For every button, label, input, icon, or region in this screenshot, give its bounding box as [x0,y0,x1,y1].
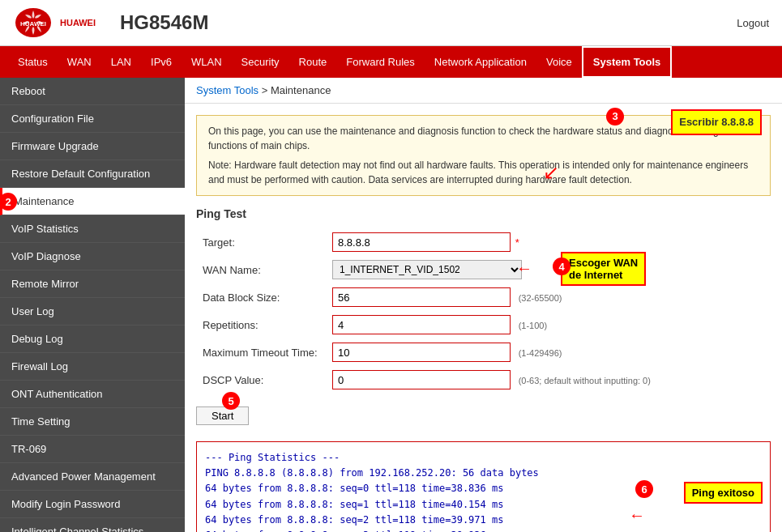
ping-test-form: Target: * WAN Name: 1_INTERNET_R_VID_150… [196,228,771,394]
data-block-label: Data Block Size: [196,283,326,311]
nav-route[interactable]: Route [289,48,337,76]
target-input[interactable] [332,232,511,252]
annotation-badge-6: 6 [635,480,653,498]
target-label: Target: [196,228,326,256]
ping-line: 64 bytes from 8.8.8.8: seq=1 ttl=118 tim… [205,497,762,513]
nav-lan[interactable]: LAN [101,48,141,76]
sidebar-item-user-log[interactable]: User Log [0,298,185,326]
repetitions-label: Repetitions: [196,311,326,338]
repetitions-hint: (1-100) [519,321,547,330]
data-block-hint: (32-65500) [519,293,562,303]
nav-ipv6[interactable]: IPv6 [141,48,182,76]
nav-security[interactable]: Security [232,48,289,76]
sidebar-item-reboot[interactable]: Reboot [0,78,185,105]
huawei-logo-icon: HUAWEI [13,6,53,39]
sidebar-item-remote-mirror[interactable]: Remote Mirror [0,270,185,298]
ping-line: PING 8.8.8.8 (8.8.8.8) from 192.168.252.… [205,466,762,481]
sidebar-item-debug-log[interactable]: Debug Log [0,326,185,353]
breadcrumb-parent[interactable]: System Tools [196,84,259,96]
start-button-wrapper: Start 5 [196,402,249,425]
arrow-left-icon: ← [516,259,532,278]
annotation-badge-3: 3 [606,108,624,126]
wan-name-select[interactable]: 1_INTERNET_R_VID_1502 1_INTERNET_R_VID_1… [332,260,522,279]
required-indicator: * [515,236,519,249]
sidebar-item-voip-stats[interactable]: VoIP Statistics [0,215,185,243]
timeout-label: Maximum Timeout Time: [196,338,326,366]
dscp-hint: (0-63; default without inputting: 0) [519,376,651,385]
nav-system-tools[interactable]: System Tools [582,46,673,78]
sidebar-item-time-setting[interactable]: Time Setting [0,408,185,436]
brand-logo: HUAWEI HUAWEI [13,6,96,39]
sidebar-item-intelligent-channel[interactable]: Intelligent Channel Statistics [0,518,185,532]
start-button[interactable]: Start [196,406,249,425]
sidebar-item-adv-power[interactable]: Advanced Power Management [0,463,185,491]
nav-wlan[interactable]: WLAN [182,48,232,76]
wan-name-label: WAN Name: [196,256,326,283]
info-box: On this page, you can use the maintenanc… [196,115,771,196]
breadcrumb-current: Maintenance [271,84,331,96]
brand-name: HUAWEI [60,18,96,28]
annotation-escoger-wan: Escoger WANde Internet [561,252,646,286]
content-area: System Tools > Maintenance On this page,… [185,78,782,532]
repetitions-input[interactable] [332,315,511,334]
arrow-left2-icon: ← [629,506,645,525]
sidebar-item-restore-default[interactable]: Restore Default Configuration [0,160,185,188]
sidebar-item-tr069[interactable]: TR-069 [0,436,185,463]
sidebar-item-firmware[interactable]: Firmware Upgrade [0,133,185,160]
nav-status[interactable]: Status [8,48,58,76]
sidebar-item-config-file[interactable]: Configuration File [0,105,185,133]
sidebar-item-maintenance[interactable]: Maintenance 2 [0,188,185,215]
nav-voice[interactable]: Voice [536,48,582,76]
data-block-input[interactable] [332,287,511,307]
annotation-escribir: Escribir 8.8.8.8 [671,109,762,135]
timeout-hint: (1-429496) [519,348,562,358]
info-text-2: Note: Hardware fault detection may not f… [208,158,758,187]
main-nav: Status WAN LAN IPv6 WLAN Security Route … [0,46,782,78]
sidebar-item-modify-password[interactable]: Modify Login Password [0,491,185,518]
ping-output-wrapper: --- Ping Statistics ---PING 8.8.8.8 (8.8… [196,441,771,532]
dscp-label: DSCP Value: [196,366,326,394]
page-title: HG8546M [120,11,208,34]
annotation-ping-exitoso: Ping exitoso [684,482,763,504]
nav-network-app[interactable]: Network Application [425,48,536,76]
sidebar: Reboot Configuration File Firmware Upgra… [0,78,185,532]
annotation-badge-5: 5 [222,392,240,410]
ping-line: 64 bytes from 8.8.8.8: seq=3 ttl=118 tim… [205,528,762,532]
ping-line: --- Ping Statistics --- [205,450,762,466]
logout-button[interactable]: Logout [737,17,769,29]
nav-forward-rules[interactable]: Forward Rules [336,48,425,76]
ping-test-title: Ping Test [196,207,771,220]
header: HUAWEI HUAWEI HG8546M Logout [0,0,782,46]
dscp-input[interactable] [332,370,511,389]
sidebar-item-voip-diagnose[interactable]: VoIP Diagnose [0,243,185,270]
sidebar-item-firewall-log[interactable]: Firewall Log [0,353,185,381]
sidebar-badge-2: 2 [0,193,17,211]
ping-line: 64 bytes from 8.8.8.8: seq=2 ttl=118 tim… [205,513,762,528]
sidebar-item-ont-auth[interactable]: ONT Authentication [0,381,185,408]
ping-line: 64 bytes from 8.8.8.8: seq=0 ttl=118 tim… [205,481,762,496]
main-layout: Reboot Configuration File Firmware Upgra… [0,78,782,532]
annotation-badge-4: 4 [553,257,570,275]
timeout-input[interactable] [332,343,511,362]
breadcrumb: System Tools > Maintenance [185,78,782,104]
content-inner: On this page, you can use the maintenanc… [185,104,782,532]
ping-test-section: Ping Test Target: * WAN Name: 1_INT [196,207,771,532]
nav-wan[interactable]: WAN [58,48,101,76]
arrow-down-icon: ↙ [543,158,559,187]
